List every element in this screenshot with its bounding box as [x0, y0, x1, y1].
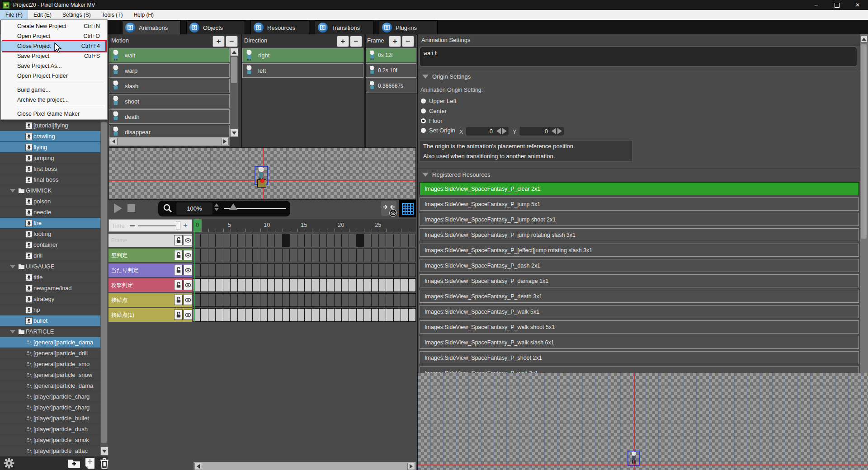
time-zoom-plus[interactable]: + — [183, 221, 188, 230]
motion-h-scrollbar[interactable] — [109, 137, 230, 146]
track-lock-icon[interactable] — [174, 295, 183, 305]
timeline-h-scrollbar[interactable] — [193, 462, 416, 470]
expander-triangle-icon[interactable] — [10, 330, 15, 334]
radio-circle-icon[interactable] — [421, 118, 426, 123]
decrement-x-icon[interactable] — [496, 128, 501, 134]
zoom-value[interactable]: 100% — [176, 202, 212, 215]
origin-radio-set-origin[interactable]: Set Origin — [421, 127, 455, 134]
tree-item[interactable]: strategy — [0, 294, 100, 304]
sidebar-scrollbar-thumb[interactable] — [101, 122, 107, 443]
timeline-ruler[interactable]: 0510152025 — [193, 219, 416, 232]
motion-list-item[interactable]: slash — [109, 79, 230, 93]
menu-bar-item[interactable]: File (F) — [0, 10, 28, 20]
animation-preview-canvas[interactable] — [418, 373, 868, 470]
motion-list-item[interactable]: disappear — [109, 125, 230, 137]
origin-radio[interactable]: Floor — [421, 118, 443, 124]
motion-scrollbar[interactable] — [230, 48, 238, 137]
stop-button[interactable] — [127, 204, 135, 212]
motion-add-button[interactable]: + — [212, 36, 225, 47]
track-cells[interactable] — [193, 263, 416, 277]
add-animation-icon[interactable] — [85, 457, 95, 469]
main-tab[interactable]: Plug-ins — [379, 20, 438, 35]
increment-y-icon[interactable] — [557, 128, 562, 134]
timeline-playhead[interactable] — [194, 220, 195, 322]
resource-list-item[interactable]: Images:SideView_SpaceFantasy_P_walk shoo… — [420, 320, 859, 334]
tree-item[interactable]: final boss — [0, 174, 100, 185]
tree-item[interactable]: [player]particle_charg — [0, 402, 100, 413]
preview-sprite-selection-box[interactable] — [627, 451, 640, 466]
tree-item[interactable]: needle — [0, 207, 100, 217]
main-tab[interactable]: Animations — [122, 20, 181, 35]
track-cells[interactable] — [193, 234, 416, 247]
tree-item[interactable]: footing — [0, 229, 100, 239]
tree-item[interactable]: [general]particle_dama — [0, 381, 100, 391]
origin-y-field[interactable]: 0 — [519, 126, 564, 136]
zoom-slider-thumb[interactable] — [229, 203, 237, 210]
motion-list-item[interactable]: wait — [109, 48, 230, 62]
tree-item[interactable]: [general]particle_snow — [0, 370, 100, 380]
tree-item[interactable]: container — [0, 240, 100, 250]
maximize-button[interactable] — [826, 0, 847, 10]
timeline-scroll-right-button[interactable] — [407, 463, 415, 470]
motion-list-item[interactable]: death — [109, 109, 230, 124]
onion-skin-button[interactable] — [381, 201, 396, 216]
resource-list-item[interactable]: Images:SideView_SpaceFantasy_P_clear 2x1 — [420, 182, 859, 195]
delete-trash-icon[interactable] — [99, 457, 109, 469]
tree-item[interactable]: [player]particle_smok — [0, 435, 100, 445]
tree-item[interactable]: PARTICLE — [0, 326, 100, 337]
tree-item[interactable]: poison — [0, 196, 100, 207]
track-cells[interactable] — [193, 293, 416, 307]
file-menu-item[interactable]: Open Project Folder — [4, 71, 105, 81]
motion-scroll-down-button[interactable] — [230, 129, 238, 137]
track-lock-icon[interactable] — [174, 280, 183, 290]
resource-list-item[interactable]: Images:SideView_SpaceFantasy_P_walk slas… — [420, 336, 859, 349]
settings-scrollbar-thumb[interactable] — [861, 44, 867, 239]
tree-item[interactable]: GIMMICK — [0, 185, 100, 196]
grid-toggle-button[interactable] — [399, 200, 416, 217]
motion-remove-button[interactable]: − — [226, 36, 238, 47]
track-visibility-eye-icon[interactable] — [184, 250, 192, 260]
tree-item[interactable]: drill — [0, 250, 100, 261]
file-menu-item[interactable]: Archive the project... — [4, 95, 105, 105]
track-visibility-eye-icon[interactable] — [184, 295, 192, 305]
increment-x-icon[interactable] — [502, 128, 507, 134]
file-menu-item[interactable]: Create New Project Ctrl+N — [4, 21, 105, 31]
frame-list-item[interactable]: 0.366667s — [366, 79, 416, 93]
spinner-up-icon[interactable] — [214, 203, 219, 207]
direction-list-item[interactable]: right — [242, 48, 363, 62]
menu-bar-item[interactable]: Help (H) — [128, 10, 159, 20]
origin-settings-section-header[interactable]: Origin Settings — [422, 73, 471, 80]
resource-list-item[interactable]: Images:SideView_SpaceFantasy_P_dash 2x1 — [420, 259, 859, 272]
collapse-triangle-icon[interactable] — [422, 173, 429, 177]
track-lock-icon[interactable] — [174, 265, 183, 275]
resource-list-item[interactable]: Images:SideView_SpaceFantasy_P_jump rota… — [420, 228, 859, 241]
minimize-button[interactable]: – — [806, 0, 826, 10]
main-tab[interactable]: Transitions — [315, 20, 373, 35]
motion-list-item[interactable]: warp — [109, 63, 230, 78]
resource-list-item[interactable]: Images:SideView_SpaceFantasy_P_[effect]j… — [420, 244, 859, 257]
resource-list-item[interactable]: Images:SideView_SpaceFantasy_P_walk 5x1 — [420, 305, 859, 318]
tree-item[interactable]: title — [0, 272, 100, 282]
spinner-down-icon[interactable] — [214, 208, 219, 211]
radio-circle-icon[interactable] — [421, 108, 426, 113]
radio-circle-icon[interactable] — [421, 99, 426, 103]
file-menu-item[interactable]: Save Project As... — [4, 61, 105, 71]
tree-item[interactable]: bullet — [0, 315, 100, 326]
tree-item[interactable]: [general]particle_drill — [0, 348, 100, 358]
zoom-spinner[interactable] — [214, 203, 219, 211]
tree-item[interactable]: [general]particle_dama — [0, 337, 100, 348]
sidebar-scroll-down-button[interactable] — [100, 446, 108, 456]
time-zoom-slider[interactable] — [138, 225, 179, 226]
track-lock-icon[interactable] — [174, 250, 183, 260]
timeline-scroll-left-button[interactable] — [194, 463, 202, 470]
origin-x-field[interactable]: 0 — [466, 126, 509, 136]
settings-scrollbar[interactable] — [860, 34, 868, 373]
track-lock-icon[interactable] — [174, 235, 183, 245]
registered-resources-section-header[interactable]: Registered Resources — [422, 171, 491, 178]
time-zoom-minus[interactable] — [130, 225, 135, 226]
track-visibility-eye-icon[interactable] — [184, 310, 192, 320]
menu-bar-item[interactable]: Tools (T) — [96, 10, 128, 20]
frame-list-item[interactable]: 0s 12f — [366, 48, 416, 62]
tree-item[interactable]: hp — [0, 305, 100, 315]
resource-list-item[interactable]: Images:SideView_SpaceFantasy_P_damage 1x… — [420, 274, 859, 287]
